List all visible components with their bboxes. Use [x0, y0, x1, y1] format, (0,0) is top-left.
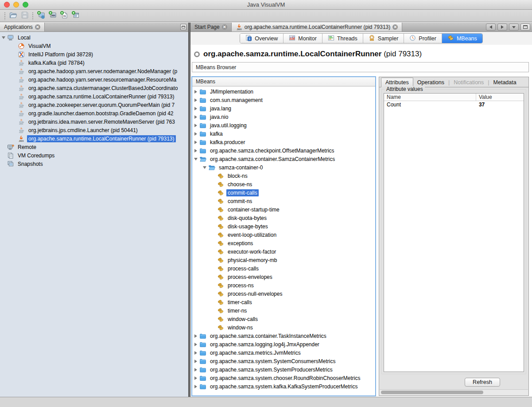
expand-expander-icon[interactable] — [192, 98, 199, 102]
column-header-name[interactable]: Name — [384, 94, 476, 101]
mbean-tree-item[interactable]: timer-ns — [192, 306, 375, 315]
subtab-monitor[interactable]: Monitor — [283, 34, 322, 43]
zoom-window-button[interactable] — [23, 2, 28, 8]
expand-expander-icon[interactable] — [192, 107, 199, 110]
mbean-tree-item[interactable]: process-envelopes — [192, 273, 375, 281]
mbean-tree-item[interactable]: commit-calls — [192, 188, 375, 197]
application-tree-item[interactable]: kafka.Kafka (pid 78784) — [0, 59, 188, 67]
tab-list-button[interactable] — [509, 23, 519, 31]
expand-expander-icon[interactable] — [192, 141, 199, 144]
document-tab[interactable]: Start Page✕ — [190, 23, 232, 31]
mbean-tree-item[interactable]: org.apache.samza.container.SamzaContaine… — [192, 155, 375, 163]
collapse-expander-icon[interactable] — [0, 36, 7, 39]
application-tree-item[interactable]: JMXorg.apache.samza.runtime.LocalContain… — [0, 134, 188, 143]
table-row[interactable]: Count37 — [384, 101, 524, 109]
mbean-tree-item[interactable]: disk-quota-bytes — [192, 214, 375, 222]
mbean-tree-item[interactable]: block-ns — [192, 172, 375, 180]
mbean-tree-item[interactable]: physical-memory-mb — [192, 256, 375, 264]
expand-expander-icon[interactable] — [192, 90, 199, 94]
mbean-tree-item[interactable]: choose-ns — [192, 180, 375, 188]
close-icon[interactable]: ✕ — [222, 24, 227, 30]
collapse-expander-icon[interactable] — [192, 158, 199, 160]
mbean-tree-item[interactable]: timer-calls — [192, 298, 375, 306]
mbean-tree-item[interactable]: java.lang — [192, 104, 375, 113]
tab-applications[interactable]: Applications ✕ — [0, 23, 45, 31]
application-tree-item[interactable]: org.apache.hadoop.yarn.server.resourcema… — [0, 75, 188, 84]
application-tree-item[interactable]: org.jetbrains.idea.maven.server.RemoteMa… — [0, 117, 188, 126]
horizontal-scrollbar[interactable] — [380, 389, 528, 395]
mbean-tree-item[interactable]: JMImplementation — [192, 87, 375, 96]
mbean-tree-item[interactable]: org.apache.samza.system.SystemConsumersM… — [192, 357, 375, 365]
application-tree-item[interactable]: VM Coredumps — [0, 151, 188, 160]
expand-expander-icon[interactable] — [192, 376, 199, 380]
expand-expander-icon[interactable] — [192, 149, 199, 153]
subtab-sampler[interactable]: Sampler — [363, 34, 404, 43]
collapse-expander-icon[interactable] — [201, 166, 208, 169]
mbean-tree-item[interactable]: org.apache.samza.logging.log4j.JmxAppend… — [192, 340, 375, 348]
mbean-tree-item[interactable]: exceptions — [192, 239, 375, 247]
application-tree-item[interactable]: org.apache.samza.clustermanager.ClusterB… — [0, 84, 188, 92]
close-window-button[interactable] — [4, 2, 10, 8]
application-tree-item[interactable]: Remote — [0, 143, 188, 151]
expand-expander-icon[interactable] — [192, 360, 199, 363]
application-tree-item[interactable]: org.apache.samza.runtime.LocalContainerR… — [0, 92, 188, 101]
application-tree-item[interactable]: org.apache.hadoop.yarn.server.nodemanage… — [0, 67, 188, 75]
document-tab[interactable]: JMXorg.apache.samza.runtime.LocalContain… — [232, 23, 403, 31]
toolbar-grip[interactable] — [32, 12, 34, 20]
mbean-tree-item[interactable]: org.apache.samza.system.chooser.RoundRob… — [192, 374, 375, 382]
add-vm-coredump-button[interactable]: 01 — [58, 11, 70, 21]
expand-expander-icon[interactable] — [192, 124, 199, 127]
add-snapshot-button[interactable] — [70, 11, 82, 21]
expand-expander-icon[interactable] — [192, 385, 199, 388]
column-header-value[interactable]: Value — [476, 94, 495, 101]
add-jmx-connection-button[interactable]: JMX — [47, 11, 58, 21]
mbean-tree-item[interactable]: java.util.logging — [192, 121, 375, 129]
mbean-tree-item[interactable]: window-calls — [192, 315, 375, 323]
subtab-profiler[interactable]: Profiler — [404, 34, 442, 43]
mbean-tree-item[interactable]: process-ns — [192, 281, 375, 290]
mbean-tree-item[interactable]: process-calls — [192, 264, 375, 273]
application-tree-item[interactable]: org.jetbrains.jps.cmdline.Launcher (pid … — [0, 126, 188, 134]
mbean-tree-item[interactable]: org.apache.samza.system.SystemProducersM… — [192, 365, 375, 374]
application-tree-item[interactable]: org.gradle.launcher.daemon.bootstrap.Gra… — [0, 109, 188, 117]
maximize-tab-button[interactable] — [520, 23, 530, 31]
subtab-mbeans[interactable]: MBeans — [442, 34, 482, 43]
mbean-tree-item[interactable]: com.sun.management — [192, 96, 375, 104]
mbean-tree-item[interactable]: executor-work-factor — [192, 247, 375, 256]
tab-operations[interactable]: Operations — [413, 78, 448, 87]
mbean-tree-item[interactable]: org.apache.samza.system.kafka.KafkaSyste… — [192, 382, 375, 391]
subtab-threads[interactable]: Threads — [322, 34, 363, 43]
toolbar-grip[interactable] — [4, 12, 6, 20]
expand-expander-icon[interactable] — [192, 132, 199, 136]
close-icon[interactable]: ✕ — [392, 24, 398, 30]
refresh-button[interactable]: Refresh — [465, 378, 500, 387]
scroll-tabs-right-button[interactable] — [497, 23, 507, 31]
mbean-tree-item[interactable]: kafka.producer — [192, 138, 375, 146]
minimize-window-button[interactable] — [13, 2, 19, 8]
expand-expander-icon[interactable] — [192, 368, 199, 372]
mbean-tree-item[interactable]: window-ns — [192, 323, 375, 332]
mbean-tree-item[interactable]: event-loop-utilization — [192, 231, 375, 239]
expand-expander-icon[interactable] — [192, 115, 199, 119]
expand-expander-icon[interactable] — [192, 334, 199, 338]
application-tree-item[interactable]: VisualVM — [0, 42, 188, 50]
mbean-tree-item[interactable]: samza-container-0 — [192, 163, 375, 172]
subtab-overview[interactable]: iOverview — [240, 34, 283, 43]
mbean-tree-item[interactable]: kafka — [192, 129, 375, 138]
load-snapshot-button[interactable] — [8, 11, 19, 21]
mbean-tree-item[interactable]: org.apache.samza.checkpoint.OffsetManage… — [192, 146, 375, 155]
close-icon[interactable]: ✕ — [35, 24, 40, 30]
scrollbar-thumb[interactable] — [381, 391, 483, 394]
expand-expander-icon[interactable] — [192, 343, 199, 346]
minimize-panel-button[interactable] — [180, 24, 186, 30]
tab-metadata[interactable]: Metadata — [489, 78, 520, 87]
mbean-tree-item[interactable]: org.apache.samza.container.TaskInstanceM… — [192, 332, 375, 340]
mbean-tree-item[interactable]: org.apache.samza.metrics.JvmMetrics — [192, 348, 375, 357]
expand-expander-icon[interactable] — [192, 351, 199, 355]
scroll-tabs-left-button[interactable] — [486, 23, 496, 31]
add-remote-host-button[interactable] — [35, 11, 47, 21]
mbean-tree-item[interactable]: process-null-envelopes — [192, 290, 375, 298]
application-tree-item[interactable]: Local — [0, 33, 188, 42]
application-tree-item[interactable]: org.apache.zookeeper.server.quorum.Quoru… — [0, 101, 188, 109]
application-tree-item[interactable]: Snapshots — [0, 160, 188, 168]
